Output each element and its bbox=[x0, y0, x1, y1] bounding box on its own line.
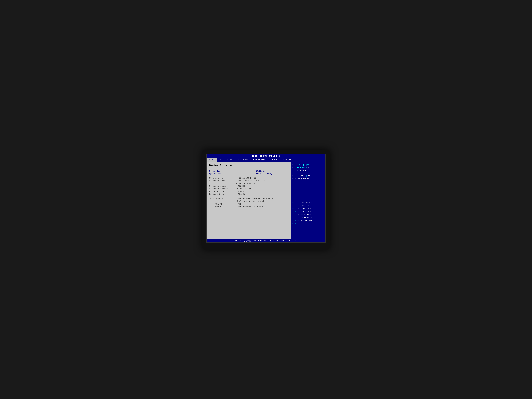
microcode-label: Microcode Update: bbox=[209, 188, 236, 190]
help-line-5: configure system bbox=[292, 177, 309, 180]
nav-boot[interactable]: Boot bbox=[270, 158, 280, 162]
monitor: BIOS SETUP UTILITY Main OC Tweaker Advan… bbox=[202, 150, 330, 249]
key-row-f10: F10 Save and Exit bbox=[292, 220, 324, 222]
ddr3-b1-value: : 4096MB/400MHz DDR3_800 bbox=[236, 206, 263, 208]
key-desc-plusminus: Change Field bbox=[298, 208, 311, 210]
microcode-value: 100F63/10000B6 bbox=[237, 188, 253, 190]
bios-version-colon: : bbox=[236, 177, 237, 179]
key-row-arrows: ↔ Select Screen bbox=[292, 201, 324, 204]
key-desc-esc: Exit bbox=[298, 223, 303, 225]
nav-main[interactable]: Main bbox=[207, 158, 217, 162]
key-name-f10: F10 bbox=[292, 220, 298, 222]
title-bar: BIOS SETUP UTILITY bbox=[207, 154, 325, 158]
key-desc-f1: General Help bbox=[298, 214, 311, 216]
nav-oc-tweaker[interactable]: OC Tweaker bbox=[217, 158, 235, 162]
ddr3-a1-row: DDR3_A1 : None bbox=[209, 203, 288, 205]
section-title: System Overview bbox=[209, 164, 288, 166]
key-desc-arrows: Select Screen bbox=[298, 201, 312, 204]
ddr3-b1-label: DDR3_B1 bbox=[215, 206, 236, 208]
bios-screen: BIOS SETUP UTILITY Main OC Tweaker Advan… bbox=[206, 154, 326, 243]
processor-type-colon: : bbox=[236, 180, 237, 182]
l2-cache-colon: : bbox=[236, 193, 237, 195]
system-time-row[interactable]: System Time [23:29:41] bbox=[209, 170, 288, 172]
system-time-value[interactable]: [23:29:41] bbox=[254, 170, 266, 172]
processor-type-label: Processor Type bbox=[209, 180, 236, 182]
help-line-3: select a field. bbox=[292, 169, 308, 171]
processor-speed-colon: : bbox=[236, 185, 237, 187]
ddr3-a1-value: : None bbox=[236, 203, 242, 205]
processor-speed-value: 3000MHz bbox=[238, 185, 246, 187]
right-panel: Use [ENTER], [TAB] or [SHIFT-TAB] to sel… bbox=[291, 162, 325, 239]
total-memory-label: Total Memory bbox=[209, 198, 236, 200]
total-memory-cont: Single-Channel Memory Mode bbox=[209, 200, 288, 203]
key-desc-f10: Save and Exit bbox=[298, 220, 312, 222]
key-row-f1: F1 General Help bbox=[292, 214, 324, 216]
nav-security[interactable]: Security bbox=[280, 158, 295, 162]
key-name-plusminus: +- bbox=[292, 208, 298, 210]
system-date-value[interactable]: [Mon 12/21/2099] bbox=[254, 173, 272, 175]
system-time-label: System Time bbox=[209, 170, 236, 172]
total-memory-value: : 4096MB with 256MB shared memory bbox=[236, 198, 273, 200]
help-line-1: Use [ENTER], [TAB] bbox=[292, 164, 311, 166]
processor-speed-row: Processor Speed : 3000MHz bbox=[209, 185, 288, 187]
bios-version-row: BIOS Version : N68-S3 UCC P1.60 bbox=[209, 177, 288, 179]
help-text: Use [ENTER], [TAB] or [SHIFT-TAB] to sel… bbox=[292, 164, 324, 180]
total-memory-row: Total Memory : 4096MB with 256MB shared … bbox=[209, 198, 288, 200]
nav-advanced[interactable]: Advanced bbox=[235, 158, 250, 162]
key-name-f9: F9 bbox=[292, 216, 298, 219]
key-row-tab: Tab Select Field bbox=[292, 210, 324, 213]
ddr3-a1-label: DDR3_A1 bbox=[215, 203, 236, 205]
processor-type-value: AMD Athlon(tm) II X2 250 bbox=[238, 180, 265, 182]
key-list: ↔ Select Screen ↑↓ Select Item +- Change… bbox=[292, 201, 324, 225]
key-name-tab: Tab bbox=[292, 210, 298, 213]
bios-title: BIOS SETUP UTILITY bbox=[251, 155, 281, 157]
nav-hw-monitor[interactable]: H/W Monitor bbox=[250, 158, 270, 162]
nav-bar[interactable]: Main OC Tweaker Advanced H/W Monitor Boo… bbox=[207, 158, 325, 162]
key-name-arrows: ↔ bbox=[292, 201, 298, 204]
content-area: System Overview System Time [23:29:41] S… bbox=[207, 162, 325, 239]
system-date-row[interactable]: System Date [Mon 12/21/2099] bbox=[209, 173, 288, 175]
l1-cache-value: 256KB bbox=[238, 190, 244, 193]
help-line-2: or [SHIFT-TAB] to bbox=[292, 166, 310, 169]
footer: v02.67C (C)Copyright 1985-2009, American… bbox=[207, 239, 325, 242]
l1-cache-row: L1 Cache Size : 256KB bbox=[209, 190, 288, 193]
key-desc-tab: Select Field bbox=[298, 210, 311, 213]
divider bbox=[209, 168, 288, 168]
microcode-row: Microcode Update: 100F63/10000B6 bbox=[209, 188, 288, 190]
key-name-esc: ESC bbox=[292, 223, 298, 225]
system-date-label: System Date bbox=[209, 173, 236, 175]
l1-cache-colon: : bbox=[236, 190, 237, 193]
processor-type-cont: Processor (64bit) bbox=[209, 183, 288, 185]
key-row-f9: F9 Load Defaults bbox=[292, 216, 324, 219]
bios-version-label: BIOS Version bbox=[209, 177, 236, 179]
key-row-esc: ESC Exit bbox=[292, 223, 324, 225]
l2-cache-value: 2048KB bbox=[238, 193, 245, 195]
key-row-plusminus: +- Change Field bbox=[292, 208, 324, 210]
l2-cache-label: L2 Cache Size bbox=[209, 193, 236, 195]
bios-version-value: N68-S3 UCC P1.60 bbox=[238, 177, 256, 179]
footer-text: v02.67C (C)Copyright 1985-2009, American… bbox=[235, 240, 297, 242]
key-desc-f9: Load Defaults bbox=[298, 216, 312, 219]
main-panel: System Overview System Time [23:29:41] S… bbox=[207, 162, 291, 239]
help-line-4: Use [+] or [-] to bbox=[292, 175, 310, 177]
key-name-f1: F1 bbox=[292, 214, 298, 216]
processor-speed-label: Processor Speed bbox=[209, 185, 236, 187]
l2-cache-row: L2 Cache Size : 2048KB bbox=[209, 193, 288, 195]
l1-cache-label: L1 Cache Size bbox=[209, 190, 236, 193]
key-desc-updown: Select Item bbox=[298, 204, 310, 207]
key-name-updown: ↑↓ bbox=[292, 204, 298, 207]
ddr3-b1-row: DDR3_B1 : 4096MB/400MHz DDR3_800 bbox=[209, 206, 288, 208]
key-row-updown: ↑↓ Select Item bbox=[292, 204, 324, 207]
processor-type-row: Processor Type : AMD Athlon(tm) II X2 25… bbox=[209, 180, 288, 182]
